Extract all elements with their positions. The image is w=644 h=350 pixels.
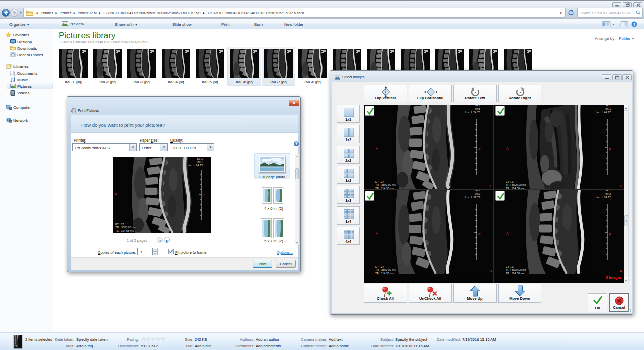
svg-text:?: ? (633, 22, 636, 27)
